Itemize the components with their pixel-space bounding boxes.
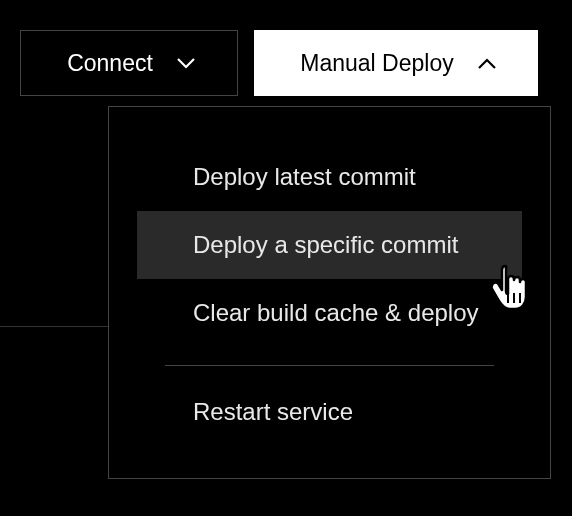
connect-label: Connect bbox=[67, 50, 153, 77]
horizontal-rule bbox=[0, 326, 108, 327]
manual-deploy-button[interactable]: Manual Deploy bbox=[254, 30, 538, 96]
menu-item-label: Deploy latest commit bbox=[193, 163, 416, 190]
menu-item-deploy-specific[interactable]: Deploy a specific commit bbox=[137, 211, 522, 279]
chevron-down-icon bbox=[177, 58, 195, 69]
deploy-dropdown: Deploy latest commit Deploy a specific c… bbox=[108, 106, 551, 479]
menu-item-clear-cache[interactable]: Clear build cache & deploy bbox=[137, 279, 522, 347]
chevron-up-icon bbox=[478, 58, 496, 69]
deploy-label: Manual Deploy bbox=[300, 50, 453, 77]
menu-divider bbox=[165, 365, 494, 366]
menu-item-label: Clear build cache & deploy bbox=[193, 299, 479, 326]
toolbar: Connect Manual Deploy bbox=[0, 0, 572, 96]
connect-button[interactable]: Connect bbox=[20, 30, 238, 96]
menu-item-label: Restart service bbox=[193, 398, 353, 425]
menu-item-restart[interactable]: Restart service bbox=[137, 378, 522, 446]
menu-item-deploy-latest[interactable]: Deploy latest commit bbox=[137, 143, 522, 211]
menu-item-label: Deploy a specific commit bbox=[193, 231, 458, 258]
